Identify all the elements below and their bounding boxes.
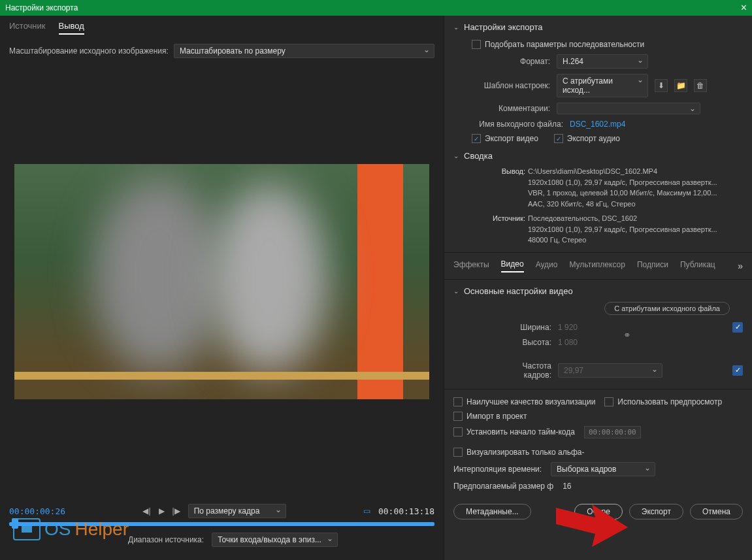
fps-label: Частота кадров: <box>493 361 551 380</box>
timeline-scrubber[interactable] <box>9 522 434 526</box>
save-preset-icon[interactable]: ⬇ <box>655 79 668 92</box>
comments-label: Комментарии: <box>472 104 550 113</box>
video-preview <box>14 164 429 399</box>
step-prev-icon[interactable]: ◀| <box>142 506 150 516</box>
comments-input[interactable] <box>557 103 700 114</box>
width-value[interactable]: 1 920 <box>558 323 597 332</box>
output-name-label: Имя выходного файла: <box>472 120 563 129</box>
best-quality-checkbox[interactable]: Наилучшее качество визуализации <box>453 397 595 406</box>
chevron-down-icon: ⌄ <box>453 288 459 295</box>
link-dimensions-icon[interactable]: ⚭ <box>623 330 631 340</box>
tabs-overflow-icon[interactable]: » <box>738 261 743 271</box>
summary-output: Вывод:C:\Users\diami\Desktop\DSC_1602.MP… <box>453 166 743 209</box>
use-preview-checkbox[interactable]: Использовать предпросмотр <box>604 397 722 406</box>
scaling-dropdown[interactable]: Масштабировать по размеру <box>174 44 434 58</box>
import-preset-icon[interactable]: 📁 <box>674 79 687 92</box>
range-label: Диапазон источника: <box>128 535 204 544</box>
aspect-icon[interactable]: ▭ <box>363 506 370 516</box>
fit-dropdown[interactable]: По размеру кадра <box>188 504 286 518</box>
total-timecode: 00:00:13:18 <box>378 506 434 516</box>
close-icon[interactable]: × <box>741 2 747 14</box>
format-label: Формат: <box>472 57 550 66</box>
step-next-icon[interactable]: |▶ <box>172 506 180 516</box>
chevron-down-icon: ⌄ <box>453 152 459 159</box>
tab-effects[interactable]: Эффекты <box>453 260 489 272</box>
interp-dropdown[interactable]: Выборка кадров <box>551 462 655 476</box>
tab-audio[interactable]: Аудио <box>536 260 558 272</box>
summary-source: Источник:Последовательность, DSC_1602 19… <box>453 213 743 246</box>
summary-header[interactable]: ⌄ Сводка <box>453 151 743 161</box>
height-value[interactable]: 1 080 <box>558 338 597 347</box>
fps-dropdown[interactable]: 29,97 <box>558 363 662 378</box>
match-source-button[interactable]: С атрибутами исходного файла <box>604 302 730 315</box>
timecode-box: 00:00:00:00 <box>584 426 641 438</box>
delete-preset-icon[interactable]: 🗑 <box>694 79 707 92</box>
est-size-label: Предполагаемый размер ф <box>453 482 553 491</box>
export-audio-checkbox[interactable]: Экспорт аудио <box>554 134 620 143</box>
range-dropdown[interactable]: Точки входа/выхода в эпиз... <box>212 533 338 547</box>
preset-label: Шаблон настроек: <box>472 81 550 90</box>
match-fps-checkbox[interactable] <box>732 365 743 376</box>
est-size-value: 16 <box>563 482 571 491</box>
set-timecode-checkbox[interactable]: Установить начало тайм-кода <box>453 427 575 436</box>
output-name-link[interactable]: DSC_1602.mp4 <box>570 120 625 129</box>
format-dropdown[interactable]: H.264 <box>557 54 648 69</box>
tab-multiplexer[interactable]: Мультиплексор <box>569 260 625 272</box>
current-timecode[interactable]: 00:00:00:26 <box>9 506 65 516</box>
alpha-only-checkbox[interactable]: Визуализировать только альфа- <box>453 448 585 457</box>
tab-output[interactable]: Вывод <box>59 21 84 35</box>
play-icon[interactable]: ▶ <box>159 506 165 516</box>
video-settings-header[interactable]: ⌄ Основные настройки видео <box>453 286 743 296</box>
match-sequence-checkbox[interactable]: Подобрать параметры последовательности <box>472 40 644 49</box>
height-label: Высота: <box>493 338 551 347</box>
scaling-label: Масштабирование исходного изображения: <box>9 46 169 56</box>
queue-button[interactable]: Очере <box>574 504 623 519</box>
tab-source[interactable]: Источник <box>9 21 46 35</box>
match-width-checkbox[interactable] <box>732 322 743 333</box>
export-button[interactable]: Экспорт <box>629 504 683 519</box>
import-project-checkbox[interactable]: Импорт в проект <box>453 412 527 421</box>
preset-dropdown[interactable]: С атрибутами исход... <box>557 74 648 97</box>
window-title: Настройки экспорта <box>5 3 78 12</box>
interp-label: Интерполяция времени: <box>453 465 542 474</box>
chevron-down-icon: ⌄ <box>453 24 459 31</box>
tab-publish[interactable]: Публикац <box>680 260 715 272</box>
cancel-button[interactable]: Отмена <box>690 504 743 519</box>
export-settings-header[interactable]: ⌄ Настройки экспорта <box>453 22 743 32</box>
width-label: Ширина: <box>493 323 551 332</box>
export-video-checkbox[interactable]: Экспорт видео <box>472 134 538 143</box>
tab-captions[interactable]: Подписи <box>637 260 668 272</box>
metadata-button[interactable]: Метаданные... <box>453 504 531 519</box>
tab-video[interactable]: Видео <box>501 259 524 272</box>
